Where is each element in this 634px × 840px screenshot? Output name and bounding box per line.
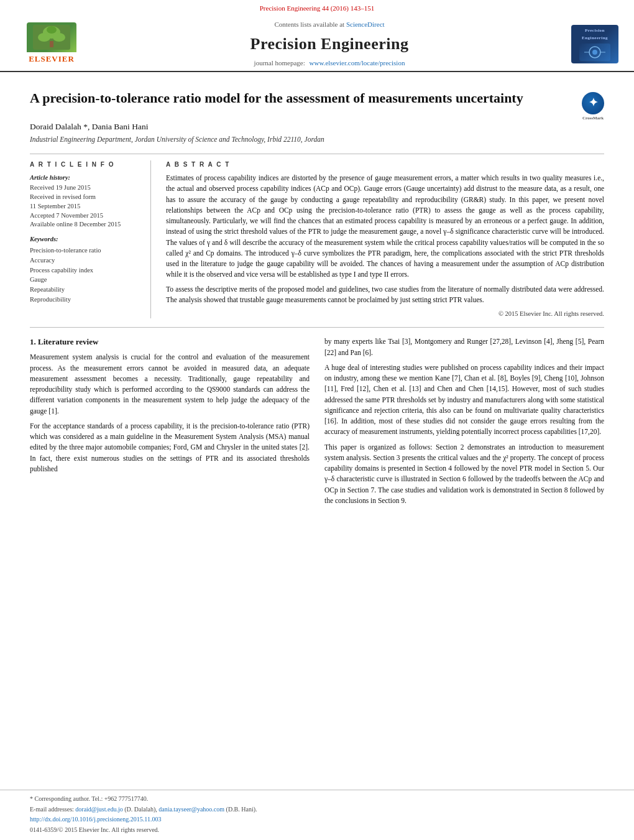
body-right-para2: A huge deal of interesting studies were …	[324, 362, 604, 438]
elsevier-tree-icon	[27, 22, 76, 52]
body-left-para1: Measurement system analysis is crucial f…	[30, 352, 310, 417]
homepage-line: journal homepage: www.elsevier.com/locat…	[98, 58, 561, 68]
history-label: Article history:	[30, 173, 142, 182]
authors-text: Doraid Dalalah *, Dania Bani Hani	[30, 122, 148, 131]
abstract-label: A B S T R A C T	[166, 160, 604, 170]
homepage-label: journal homepage:	[254, 59, 305, 67]
elsevier-logo-container: ELSEVIER	[11, 22, 92, 66]
page: Precision Engineering 44 (2016) 143–151	[0, 0, 634, 840]
body-left-col: 1. Literature review Measurement system …	[30, 336, 310, 510]
affiliation: Industrial Engineering Department, Jorda…	[30, 134, 604, 145]
svg-point-3	[53, 33, 65, 42]
keyword-item: Repeatability	[30, 285, 142, 295]
svg-point-5	[47, 26, 57, 34]
journal-title: Precision Engineering	[98, 32, 561, 56]
body-left-text: Measurement system analysis is crucial f…	[30, 352, 310, 474]
elsevier-tree-svg	[33, 25, 70, 50]
article-info-label: A R T I C L E I N F O	[30, 160, 142, 170]
keywords-label: Keywords:	[30, 234, 142, 244]
journal-header: ELSEVIER Contents lists available at Sci…	[0, 15, 634, 72]
info-abstract-section: A R T I C L E I N F O Article history: R…	[30, 154, 604, 319]
section-divider	[30, 327, 604, 328]
email-label: E-mail addresses:	[30, 806, 74, 813]
journal-citation: Precision Engineering 44 (2016) 143–151	[260, 4, 375, 12]
email1-name: (D. Dalalah),	[124, 806, 157, 813]
article-title-row: A precision-to-tolerance ratio model for…	[30, 90, 604, 114]
body-left-para2: For the acceptance standards of a proces…	[30, 421, 310, 474]
svg-rect-4	[50, 41, 53, 47]
body-right-text: by many experts like Tsai [3], Montgomer…	[324, 336, 604, 506]
svg-point-2	[38, 33, 50, 42]
crossmark-icon: ✦	[582, 92, 604, 114]
body-right-para3: This paper is organized as follows: Sect…	[324, 442, 604, 507]
keyword-item: Accuracy	[30, 256, 142, 265]
keyword-item: Reproducibility	[30, 295, 142, 305]
main-content: A precision-to-tolerance ratio model for…	[0, 72, 634, 790]
section1-heading: 1. Literature review	[30, 336, 310, 348]
article-info-col: A R T I C L E I N F O Article history: R…	[30, 160, 151, 319]
pe-logo: Precision Engineering	[571, 25, 618, 63]
keywords-group: Keywords: Precision-to-tolerance ratioAc…	[30, 234, 142, 305]
keyword-item: Precision-to-tolerance ratio	[30, 246, 142, 256]
email2-name: (D.B. Hani).	[226, 806, 257, 813]
keyword-item: Gauge	[30, 275, 142, 285]
contents-line: Contents lists available at ScienceDirec…	[98, 20, 561, 30]
abstract-text: Estimates of process capability indices …	[166, 173, 604, 305]
keywords-list: Precision-to-tolerance ratioAccuracyProc…	[30, 246, 142, 305]
elsevier-text: ELSEVIER	[29, 53, 75, 65]
available-line: Available online 8 December 2015	[30, 220, 142, 229]
footer-issn: 0141-6359/© 2015 Elsevier Inc. All right…	[30, 826, 604, 835]
authors-line: Doraid Dalalah *, Dania Bani Hani	[30, 121, 604, 133]
sciencedirect-link[interactable]: ScienceDirect	[346, 21, 385, 28]
abstract-para2: To assess the descriptive merits of the …	[166, 284, 604, 306]
footer-emails: E-mail addresses: doraid@just.edu.jo (D.…	[30, 805, 604, 815]
contents-label: Contents lists available at	[274, 21, 344, 28]
abstract-col: A B S T R A C T Estimates of process cap…	[166, 160, 604, 319]
abstract-para1: Estimates of process capability indices …	[166, 173, 604, 280]
history-group: Article history: Received 19 June 2015 R…	[30, 173, 142, 229]
abstract-copyright: © 2015 Elsevier Inc. All rights reserved…	[166, 309, 604, 318]
body-right-para1: by many experts like Tsai [3], Montgomer…	[324, 336, 604, 358]
corresponding-note: * Corresponding author. Tel.: +962 77751…	[30, 795, 148, 802]
journal-citation-bar: Precision Engineering 44 (2016) 143–151	[0, 0, 634, 15]
email1-link[interactable]: doraid@just.edu.jo	[75, 806, 122, 813]
elsevier-logo: ELSEVIER	[27, 22, 76, 65]
crossmark-badge: ✦ CrossMark	[582, 92, 604, 114]
received-revised-date: 11 September 2015	[30, 202, 142, 211]
footer: * Corresponding author. Tel.: +962 77751…	[0, 790, 634, 840]
accepted-line: Accepted 7 November 2015	[30, 211, 142, 221]
svg-point-7	[592, 50, 597, 55]
footer-corresponding: * Corresponding author. Tel.: +962 77751…	[30, 795, 604, 804]
email2-link[interactable]: dania.tayseer@yahoo.com	[158, 806, 224, 813]
doi-link[interactable]: http://dx.doi.org/10.1016/j.precisioneng…	[30, 816, 161, 823]
pe-logo-container: Precision Engineering	[567, 22, 623, 66]
homepage-link[interactable]: www.elsevier.com/locate/precision	[310, 59, 405, 67]
header-center: Contents lists available at ScienceDirec…	[92, 20, 567, 68]
received-line: Received 19 June 2015	[30, 183, 142, 193]
article-title-text: A precision-to-tolerance ratio model for…	[30, 90, 582, 108]
body-right-col: by many experts like Tsai [3], Montgomer…	[324, 336, 604, 510]
keyword-item: Process capability index	[30, 265, 142, 275]
footer-doi: http://dx.doi.org/10.1016/j.precisioneng…	[30, 815, 604, 824]
received-revised-label: Received in revised form	[30, 193, 142, 202]
body-section: 1. Literature review Measurement system …	[30, 336, 604, 510]
